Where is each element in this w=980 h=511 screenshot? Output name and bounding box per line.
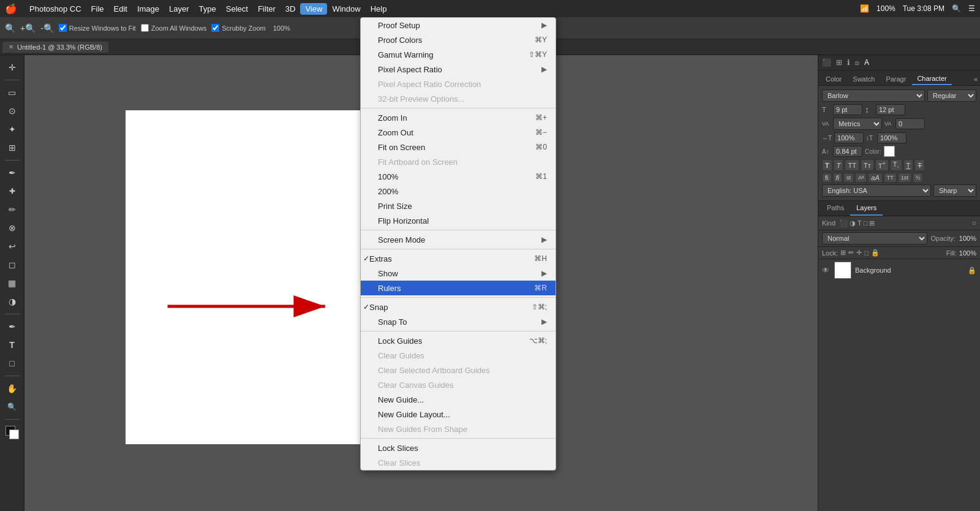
menu-item-print-size[interactable]: Print Size xyxy=(361,199,556,213)
panel-icon-3[interactable]: ℹ xyxy=(846,57,851,68)
layer-visibility-icon[interactable]: 👁 xyxy=(822,266,829,274)
tab-character[interactable]: Character xyxy=(912,73,951,85)
scrubby-zoom-label[interactable]: Scrubby Zoom xyxy=(211,24,266,32)
dodge-tool[interactable]: ◑ xyxy=(3,293,21,310)
search-icon[interactable]: 🔍 xyxy=(952,4,961,13)
marquee-tool[interactable]: ▭ xyxy=(3,84,21,101)
menubar-type[interactable]: Type xyxy=(194,3,221,15)
filter-smart-icon[interactable]: ⊞ xyxy=(869,219,875,227)
menu-item-lock-slices[interactable]: Lock Slices xyxy=(361,441,556,455)
menu-item-screen-mode[interactable]: Screen Mode ▶ xyxy=(361,232,556,247)
menu-item-200pct[interactable]: 200% xyxy=(361,184,556,199)
allcaps-btn[interactable]: TT xyxy=(845,159,859,171)
menu-item-flip-horizontal[interactable]: Flip Horizontal xyxy=(361,213,556,228)
zoom-in-icon[interactable]: +🔍 xyxy=(20,23,36,33)
leading-input[interactable] xyxy=(876,104,905,115)
font-family-select[interactable]: Barlow xyxy=(822,89,925,102)
apple-menu[interactable]: 🍎 xyxy=(5,3,17,15)
document-tab[interactable]: ✕ Untitled-1 @ 33.3% (RGB/8) xyxy=(2,42,108,53)
bold-btn[interactable]: T xyxy=(822,159,832,171)
quick-select-tool[interactable]: ✦ xyxy=(3,121,21,138)
menubar-filter[interactable]: Filter xyxy=(253,3,281,15)
swash-btn[interactable]: aA xyxy=(868,173,882,183)
menubar-3d[interactable]: 3D xyxy=(281,3,301,15)
menubar-image[interactable]: Image xyxy=(132,3,164,15)
shape-tool[interactable]: □ xyxy=(3,355,21,372)
foreground-color[interactable] xyxy=(3,423,21,441)
font-size-input[interactable] xyxy=(833,104,862,115)
menu-item-snap-to[interactable]: Snap To ▶ xyxy=(361,314,556,329)
discretionary-btn[interactable]: fi xyxy=(833,173,843,183)
lock-all-icon[interactable]: 🔒 xyxy=(871,249,880,257)
stylistic-btn[interactable]: ½ xyxy=(913,173,924,183)
panel-icon-2[interactable]: ⊞ xyxy=(835,57,843,68)
menubar-view[interactable]: View xyxy=(300,3,327,15)
menu-item-gamut-warning[interactable]: Gamut Warning ⇧⌘Y xyxy=(361,47,556,62)
menubar-layer[interactable]: Layer xyxy=(164,3,194,15)
history-brush-tool[interactable]: ↩ xyxy=(3,238,21,255)
menubar-help[interactable]: Help xyxy=(366,3,392,15)
menubar-file[interactable]: File xyxy=(86,3,109,15)
blend-mode-select[interactable]: Normal xyxy=(822,232,927,244)
control-center-icon[interactable]: ☰ xyxy=(968,4,975,13)
subscript-btn[interactable]: T- xyxy=(890,159,902,171)
baseline-input[interactable] xyxy=(833,146,862,157)
crop-tool[interactable]: ⊞ xyxy=(3,139,21,156)
zoom-out-icon[interactable]: -🔍 xyxy=(40,23,54,33)
menu-item-proof-setup[interactable]: Proof Setup ▶ xyxy=(361,18,556,32)
smallcaps-btn[interactable]: Tт xyxy=(861,159,874,171)
menu-item-snap[interactable]: ✓ Snap ⇧⌘; xyxy=(361,300,556,314)
text-tool[interactable]: T xyxy=(3,336,21,354)
healing-tool[interactable]: ✚ xyxy=(3,183,21,200)
menu-item-fit-screen[interactable]: Fit on Screen ⌘0 xyxy=(361,140,556,154)
menu-item-extras[interactable]: ✓ Extras ⌘H xyxy=(361,251,556,266)
panel-icon-4[interactable]: ⎄ xyxy=(854,57,861,68)
scale-v-input[interactable] xyxy=(877,132,907,143)
tab-layers[interactable]: Layers xyxy=(850,201,883,216)
move-tool[interactable]: ✛ xyxy=(3,59,21,76)
underline-btn[interactable]: T xyxy=(903,159,914,171)
menu-item-lock-guides[interactable]: Lock Guides ⌥⌘; xyxy=(361,333,556,348)
tracking-input[interactable] xyxy=(895,118,925,129)
menubar-select[interactable]: Select xyxy=(221,3,253,15)
menubar-edit[interactable]: Edit xyxy=(109,3,132,15)
scale-h-input[interactable] xyxy=(834,132,864,143)
menubar-photoshop[interactable]: Photoshop CC xyxy=(24,3,86,15)
language-select[interactable]: English: USA xyxy=(822,184,931,197)
menu-item-zoom-in[interactable]: Zoom In ⌘+ xyxy=(361,110,556,125)
lasso-tool[interactable]: ⊙ xyxy=(3,102,21,119)
gradient-tool[interactable]: ▦ xyxy=(3,274,21,292)
hand-tool[interactable]: ✋ xyxy=(3,380,21,397)
menu-item-new-guide-layout[interactable]: New Guide Layout... xyxy=(361,407,556,422)
lock-artboard-icon[interactable]: □ xyxy=(864,249,869,257)
resize-windows-checkbox[interactable] xyxy=(59,24,67,32)
tab-paths[interactable]: Paths xyxy=(821,201,850,216)
clone-tool[interactable]: ⊗ xyxy=(3,219,21,237)
menu-item-zoom-out[interactable]: Zoom Out ⌘− xyxy=(361,125,556,140)
filter-adjustment-icon[interactable]: ◑ xyxy=(850,219,856,227)
scrubby-zoom-checkbox[interactable] xyxy=(211,24,219,32)
menubar-window[interactable]: Window xyxy=(327,3,365,15)
ordinal-btn[interactable]: Aª xyxy=(855,173,867,183)
layer-item-background[interactable]: 👁 Background 🔒 xyxy=(818,259,980,281)
tab-swatch[interactable]: Swatch xyxy=(848,74,880,85)
strikethrough-btn[interactable]: T xyxy=(914,159,925,171)
text-color-swatch[interactable] xyxy=(884,146,895,157)
brush-tool[interactable]: ✏ xyxy=(3,201,21,218)
menu-item-100pct[interactable]: 100% ⌘1 xyxy=(361,169,556,184)
panel-collapse-icon[interactable]: « xyxy=(974,75,978,83)
zoom-tool[interactable]: 🔍 xyxy=(3,398,21,415)
eyedropper-tool[interactable]: ✒ xyxy=(3,164,21,181)
lock-position-icon[interactable]: ✛ xyxy=(856,249,862,257)
zoom-all-label[interactable]: Zoom All Windows xyxy=(141,24,206,32)
filter-pixel-icon[interactable]: ⬛ xyxy=(839,219,848,227)
tab-color[interactable]: Color xyxy=(821,74,846,85)
panel-icon-5[interactable]: A xyxy=(863,57,870,68)
filter-type-icon[interactable]: T xyxy=(858,219,862,227)
italic-btn[interactable]: T xyxy=(834,159,844,171)
lock-transparency-icon[interactable]: ⊞ xyxy=(840,249,846,257)
filter-toggle-icon[interactable]: ○ xyxy=(972,219,976,227)
pen-tool[interactable]: ✒ xyxy=(3,318,21,335)
zoom-all-checkbox[interactable] xyxy=(141,24,149,32)
resize-windows-label[interactable]: Resize Windows to Fit xyxy=(59,24,136,32)
